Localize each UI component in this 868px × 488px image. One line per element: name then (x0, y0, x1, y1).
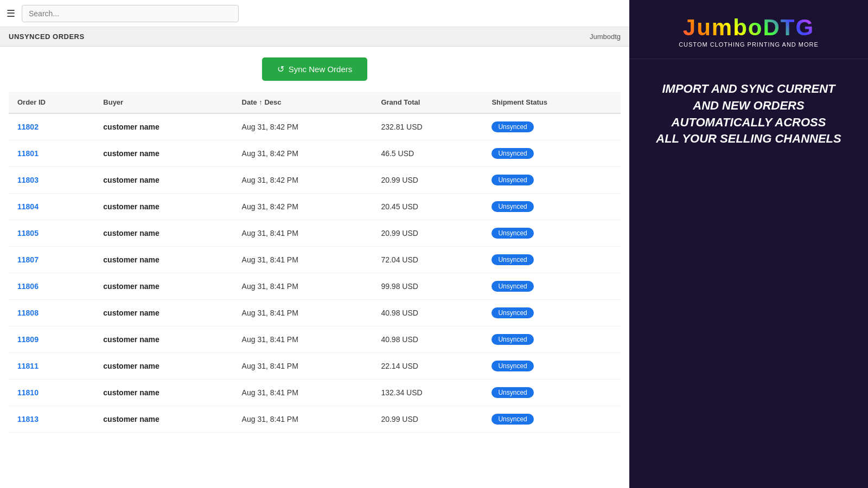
cell-total: 22.14 USD (372, 353, 483, 380)
cell-buyer: customer name (94, 353, 233, 380)
cell-buyer: customer name (94, 247, 233, 273)
orders-table-wrapper: Order ID Buyer Date ↑ Desc Grand Total S… (0, 92, 629, 488)
cell-total: 72.04 USD (372, 247, 483, 273)
unsynced-badge: Unsynced (492, 334, 533, 345)
table-row: 11808 customer name Aug 31, 8:41 PM 40.9… (9, 300, 621, 326)
page-header: UNSYNCED ORDERS Jumbodtg (0, 27, 629, 47)
order-id-link[interactable]: 11806 (17, 282, 39, 291)
sync-button[interactable]: ↺ Sync New Orders (262, 57, 368, 81)
unsynced-badge: Unsynced (492, 228, 533, 239)
search-wrapper (22, 5, 239, 22)
table-row: 11802 customer name Aug 31, 8:42 PM 232.… (9, 113, 621, 140)
cell-status: Unsynced (483, 220, 621, 247)
cell-status: Unsynced (483, 194, 621, 220)
promo-text: Import and sync current and new orders a… (656, 81, 841, 147)
cell-date: Aug 31, 8:41 PM (233, 273, 373, 300)
page-title: UNSYNCED ORDERS (9, 33, 85, 41)
order-id-link[interactable]: 11802 (17, 123, 39, 131)
cell-status: Unsynced (483, 273, 621, 300)
unsynced-badge: Unsynced (492, 281, 533, 292)
order-id-link[interactable]: 11813 (17, 415, 39, 423)
buyer-name: customer name (103, 149, 159, 158)
table-row: 11813 customer name Aug 31, 8:41 PM 20.9… (9, 406, 621, 433)
buyer-name: customer name (103, 202, 159, 211)
unsynced-badge: Unsynced (492, 387, 533, 398)
cell-total: 20.45 USD (372, 194, 483, 220)
logo-area: JumboDTG Custom Clothing Printing and Mo… (629, 0, 868, 59)
brand-label: Jumbodtg (590, 33, 621, 41)
cell-date: Aug 31, 8:42 PM (233, 113, 373, 140)
buyer-name: customer name (103, 123, 159, 131)
col-date: Date ↑ Desc (233, 92, 373, 113)
cell-order-id: 11803 (9, 167, 94, 194)
order-id-link[interactable]: 11804 (17, 202, 39, 211)
cell-status: Unsynced (483, 406, 621, 433)
cell-date: Aug 31, 8:42 PM (233, 167, 373, 194)
cell-status: Unsynced (483, 380, 621, 406)
order-id-link[interactable]: 11808 (17, 309, 39, 317)
cell-buyer: customer name (94, 300, 233, 326)
right-sidebar: JumboDTG Custom Clothing Printing and Mo… (629, 0, 868, 488)
order-id-link[interactable]: 11807 (17, 255, 39, 264)
cell-order-id: 11808 (9, 300, 94, 326)
promo-text-area: Import and sync current and new orders a… (640, 59, 857, 169)
table-row: 11804 customer name Aug 31, 8:42 PM 20.4… (9, 194, 621, 220)
order-id-link[interactable]: 11809 (17, 335, 39, 344)
cell-buyer: customer name (94, 326, 233, 353)
cell-buyer: customer name (94, 140, 233, 167)
unsynced-badge: Unsynced (492, 175, 533, 185)
cell-buyer: customer name (94, 406, 233, 433)
cell-order-id: 11801 (9, 140, 94, 167)
cell-buyer: customer name (94, 220, 233, 247)
order-id-link[interactable]: 11805 (17, 229, 39, 237)
unsynced-badge: Unsynced (492, 254, 533, 265)
promo-line2: and new orders (693, 99, 804, 112)
order-id-link[interactable]: 11803 (17, 176, 39, 184)
sync-area: ↺ Sync New Orders (0, 47, 629, 92)
buyer-name: customer name (103, 255, 159, 264)
col-total: Grand Total (372, 92, 483, 113)
cell-order-id: 11802 (9, 113, 94, 140)
table-row: 11810 customer name Aug 31, 8:41 PM 132.… (9, 380, 621, 406)
cell-order-id: 11813 (9, 406, 94, 433)
col-buyer: Buyer (94, 92, 233, 113)
buyer-name: customer name (103, 176, 159, 184)
cell-order-id: 11809 (9, 326, 94, 353)
cell-date: Aug 31, 8:41 PM (233, 247, 373, 273)
cell-status: Unsynced (483, 247, 621, 273)
order-id-link[interactable]: 11810 (17, 388, 39, 397)
cell-date: Aug 31, 8:42 PM (233, 140, 373, 167)
cell-date: Aug 31, 8:42 PM (233, 194, 373, 220)
sync-icon: ↺ (277, 64, 284, 74)
cell-buyer: customer name (94, 113, 233, 140)
search-input[interactable] (22, 5, 239, 22)
cell-order-id: 11811 (9, 353, 94, 380)
cell-status: Unsynced (483, 113, 621, 140)
cell-total: 99.98 USD (372, 273, 483, 300)
table-row: 11803 customer name Aug 31, 8:42 PM 20.9… (9, 167, 621, 194)
cell-date: Aug 31, 8:41 PM (233, 380, 373, 406)
table-row: 11807 customer name Aug 31, 8:41 PM 72.0… (9, 247, 621, 273)
cell-date: Aug 31, 8:41 PM (233, 326, 373, 353)
unsynced-badge: Unsynced (492, 121, 533, 132)
table-row: 11801 customer name Aug 31, 8:42 PM 46.5… (9, 140, 621, 167)
sync-button-label: Sync New Orders (289, 65, 353, 74)
unsynced-badge: Unsynced (492, 307, 533, 318)
unsynced-badge: Unsynced (492, 361, 533, 371)
hamburger-icon[interactable]: ☰ (7, 8, 15, 20)
order-id-link[interactable]: 11811 (17, 362, 39, 370)
logo-subtitle: Custom Clothing Printing and More (679, 41, 819, 48)
cell-status: Unsynced (483, 326, 621, 353)
order-id-link[interactable]: 11801 (17, 149, 39, 158)
cell-status: Unsynced (483, 167, 621, 194)
promo-line4: all your selling channels (656, 132, 841, 145)
cell-status: Unsynced (483, 353, 621, 380)
buyer-name: customer name (103, 362, 159, 370)
cell-date: Aug 31, 8:41 PM (233, 220, 373, 247)
cell-order-id: 11804 (9, 194, 94, 220)
cell-order-id: 11806 (9, 273, 94, 300)
cell-total: 46.5 USD (372, 140, 483, 167)
table-row: 11811 customer name Aug 31, 8:41 PM 22.1… (9, 353, 621, 380)
unsynced-badge: Unsynced (492, 414, 533, 425)
cell-total: 20.99 USD (372, 220, 483, 247)
